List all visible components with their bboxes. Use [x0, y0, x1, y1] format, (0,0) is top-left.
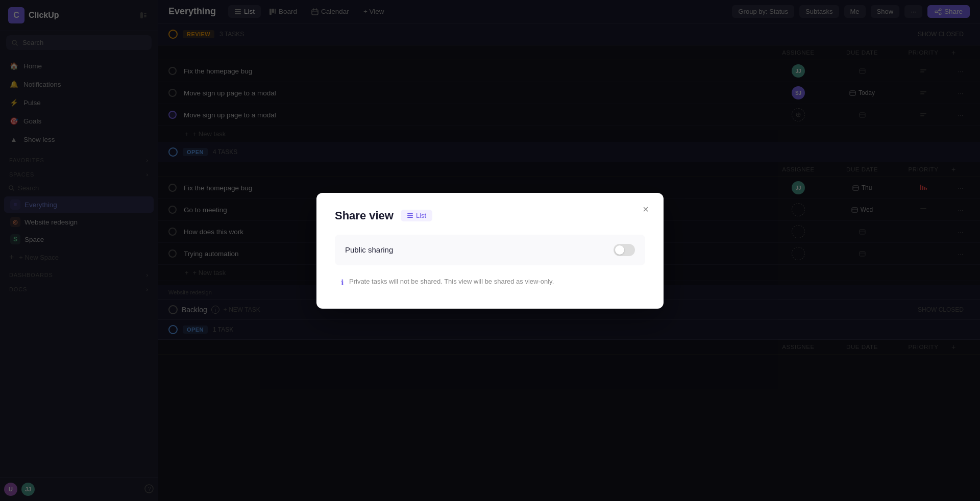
- svg-rect-54: [407, 215, 413, 216]
- svg-rect-53: [407, 213, 413, 214]
- public-sharing-label: Public sharing: [345, 245, 393, 254]
- modal-header: Share view List: [335, 209, 645, 222]
- toggle-knob: [615, 245, 624, 255]
- share-view-modal: Share view List × Public sharing ℹ Priva…: [316, 193, 664, 309]
- public-sharing-toggle[interactable]: [614, 244, 635, 256]
- modal-close-button[interactable]: ×: [638, 202, 653, 217]
- modal-body: Public sharing ℹ Private tasks will not …: [335, 235, 645, 292]
- list-badge-icon: [407, 212, 413, 219]
- info-icon: ℹ: [341, 278, 344, 287]
- modal-list-badge: List: [401, 210, 432, 221]
- svg-rect-55: [407, 217, 413, 218]
- modal-info-text: Private tasks will not be shared. This v…: [349, 278, 554, 285]
- modal-overlay[interactable]: Share view List × Public sharing ℹ Priva…: [0, 0, 980, 501]
- modal-title: Share view: [335, 209, 394, 222]
- modal-info-row: ℹ Private tasks will not be shared. This…: [335, 272, 645, 292]
- public-sharing-row: Public sharing: [335, 235, 645, 265]
